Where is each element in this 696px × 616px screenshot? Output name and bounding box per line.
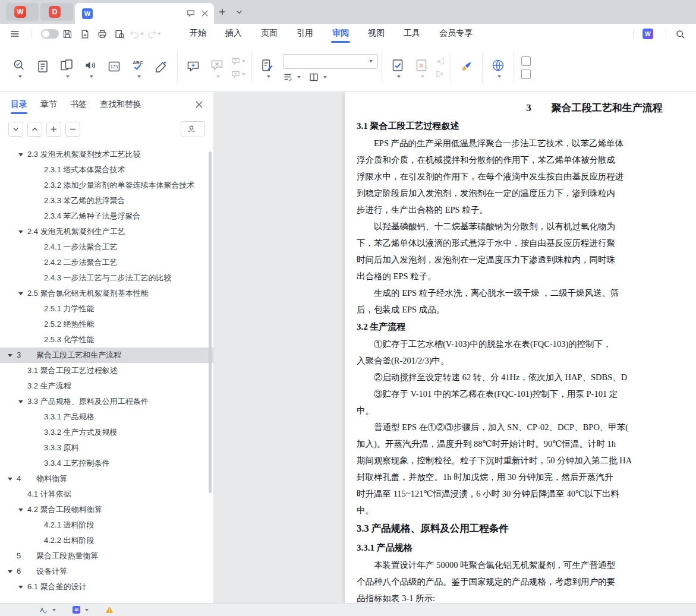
ai-read-button[interactable]	[78, 48, 102, 88]
menu-tab[interactable]: 审阅	[323, 24, 358, 44]
toc-item[interactable]: 3 聚合工段工艺和生产流程	[0, 348, 213, 363]
print-preview-button[interactable]	[111, 27, 127, 42]
close-sidebar-icon[interactable]	[196, 101, 203, 108]
toc-item[interactable]: 2.3.1 塔式本体聚合技术	[0, 162, 213, 178]
toc-item[interactable]: 2.3.3 苯乙烯的悬浮聚合	[0, 193, 213, 209]
autosave-toggle[interactable]	[41, 29, 59, 39]
close-tab-icon[interactable]	[201, 10, 208, 17]
toc-item[interactable]: 2.3.4 苯乙烯种子法悬浮聚合	[0, 209, 213, 224]
sidebar-tab[interactable]: 查找和替换	[100, 94, 141, 115]
proofread-button[interactable]	[7, 48, 31, 88]
track-changes-button[interactable]	[256, 48, 279, 88]
docer-template-tab[interactable]: D	[40, 3, 73, 21]
spellcheck-status[interactable]	[39, 606, 56, 614]
toc-plus-button[interactable]	[46, 122, 61, 137]
print-button[interactable]	[94, 27, 110, 42]
sidebar-tab[interactable]: 书签	[70, 94, 87, 115]
toc-collapse-button[interactable]	[8, 122, 23, 137]
toc-item[interactable]: 2.5.2 绝热性能	[0, 317, 213, 332]
toc-item[interactable]: 4 物料衡算	[0, 471, 213, 487]
ai-polish-button[interactable]	[150, 48, 174, 88]
toc-item[interactable]: 3.1 聚合工段工艺过程叙述	[0, 363, 213, 378]
menu-tab[interactable]: 引用	[287, 24, 323, 44]
toc-item[interactable]: 6 设备计算	[0, 564, 213, 579]
toc-item[interactable]: 3.3 产品规格、原料及公用工程条件	[0, 394, 213, 409]
toc-item[interactable]: 2.3 发泡无机絮凝剂技术工艺比较	[0, 147, 213, 162]
sidebar-scrollbar[interactable]	[209, 151, 212, 493]
toc-item[interactable]: 4.2 聚合工段物料衡算	[0, 502, 213, 517]
compare-button[interactable]	[55, 48, 78, 88]
wps-office-tab[interactable]: W	[6, 3, 39, 21]
spell-check-button[interactable]: ABC	[126, 48, 150, 88]
next-change-button[interactable]	[436, 70, 445, 78]
toc-item[interactable]: 3.3.2 生产方式及规模	[0, 425, 213, 440]
ai-recognize-toc-button[interactable]	[181, 121, 205, 137]
menu-tab[interactable]: 开始	[180, 24, 216, 44]
expand-triangle-icon[interactable]	[8, 570, 12, 573]
toc-item[interactable]: 2.4.1 一步法聚合工艺	[0, 239, 213, 255]
to-traditional-button[interactable]	[521, 56, 534, 66]
toc-minus-button[interactable]	[65, 122, 80, 137]
toc-item[interactable]: 3.3.1 产品规格	[0, 409, 213, 425]
pen-button[interactable]	[455, 48, 478, 88]
expand-triangle-icon[interactable]	[18, 508, 23, 511]
undo-button[interactable]	[128, 27, 144, 42]
review-pane-button[interactable]	[309, 72, 327, 82]
document-tab[interactable]: W	[75, 3, 214, 24]
document-page[interactable]: 3 聚合工段工艺和生产流程 3.1 聚合工段工艺过程叙述 EPS 产品的生产采用…	[345, 92, 696, 603]
menu-tab[interactable]: 插入	[216, 24, 251, 44]
previous-comment-button[interactable]	[231, 57, 245, 65]
insert-comment-button[interactable]	[181, 48, 205, 88]
sidebar-tab[interactable]: 章节	[40, 94, 57, 115]
toc-item[interactable]: 3.3.3 原料	[0, 440, 213, 456]
markup-state-combobox[interactable]	[283, 54, 378, 69]
menu-tab[interactable]: 会员专享	[430, 24, 482, 44]
toc-item[interactable]: 4.2.1 进料阶段	[0, 517, 213, 533]
reject-button[interactable]	[410, 48, 433, 88]
standard-review-button[interactable]	[31, 48, 55, 88]
toc-item[interactable]: 4.2.2 出料阶段	[0, 533, 213, 548]
toc-item[interactable]: 3.2 生产流程	[0, 378, 213, 394]
expand-triangle-icon[interactable]	[18, 230, 23, 233]
export-button[interactable]	[77, 27, 93, 42]
toc-item[interactable]: 2.4 发泡无机絮凝剂生产工艺	[0, 224, 213, 239]
tab-list-button[interactable]	[231, 4, 247, 20]
show-markup-button[interactable]	[283, 72, 301, 82]
toc-expand-button[interactable]	[27, 122, 42, 137]
toc-item[interactable]: 2.5.3 化学性能	[0, 332, 213, 348]
toc-item[interactable]: 2.3.2 添加少量溶剂的单釜连续本体聚合技术	[0, 178, 213, 193]
toc-item[interactable]: 3.3.4 工艺控制条件	[0, 456, 213, 471]
toc-item[interactable]: 2.5 聚合氯化铝无机絮凝剂基本性能	[0, 286, 213, 301]
word-count-button[interactable]: 123	[102, 48, 126, 88]
expand-triangle-icon[interactable]	[8, 478, 12, 481]
expand-triangle-icon[interactable]	[8, 354, 12, 357]
toc-item[interactable]: 2.5.1 力学性能	[0, 301, 213, 317]
toc-item[interactable]: 2.4.3 一步法工艺与二步法工艺的比较	[0, 270, 213, 286]
expand-triangle-icon[interactable]	[18, 586, 23, 589]
toc-item[interactable]: 4.1 计算依据	[0, 487, 213, 502]
ai-proofread-status[interactable]: AI	[73, 606, 89, 614]
comment-bubble-icon[interactable]	[187, 10, 195, 17]
menu-tab[interactable]: 视图	[358, 24, 394, 44]
missing-font-warning[interactable]	[105, 606, 116, 614]
menu-tab[interactable]: 工具	[394, 24, 430, 44]
save-button[interactable]	[59, 27, 75, 42]
new-tab-button[interactable]	[215, 4, 230, 20]
wps-ai-button[interactable]: W	[643, 29, 657, 39]
expand-triangle-icon[interactable]	[18, 292, 23, 295]
toc-item[interactable]: 2.4.2 二步法聚合工艺	[0, 255, 213, 270]
delete-comment-button[interactable]	[205, 48, 229, 88]
to-simplified-button[interactable]	[521, 70, 534, 79]
expand-triangle-icon[interactable]	[18, 153, 23, 156]
file-menu-button[interactable]	[7, 30, 26, 37]
menu-tab[interactable]: 页面	[251, 24, 287, 44]
previous-change-button[interactable]	[436, 58, 445, 65]
search-button[interactable]	[672, 27, 688, 42]
toc-item[interactable]: 5 聚合工段热量衡算	[0, 548, 213, 564]
redo-button[interactable]	[146, 27, 162, 42]
next-comment-button[interactable]	[231, 70, 245, 78]
toc-item[interactable]: 6.1 聚合釜的设计	[0, 579, 213, 595]
accept-button[interactable]	[386, 48, 410, 88]
expand-triangle-icon[interactable]	[18, 400, 23, 403]
translate-button[interactable]	[486, 48, 510, 88]
